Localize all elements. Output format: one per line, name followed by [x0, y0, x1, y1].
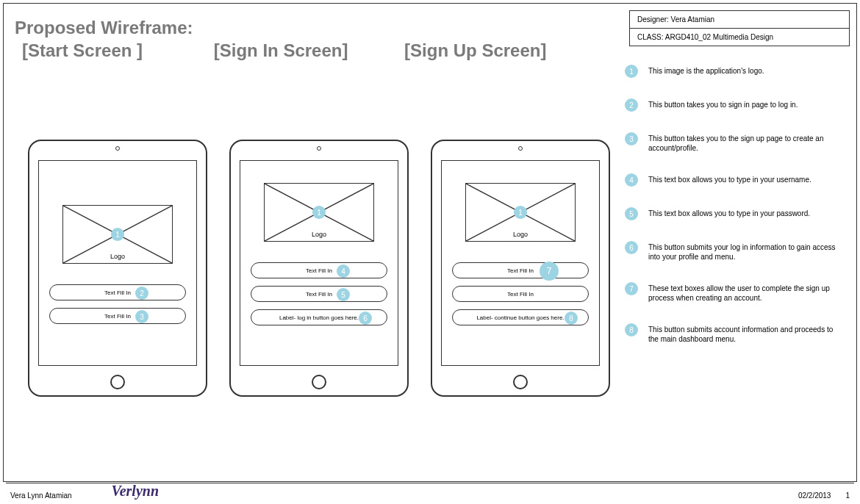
start-signin-button[interactable]: Text Fill In 2 — [49, 284, 186, 300]
password-input[interactable]: Text Fill In 5 — [251, 286, 387, 302]
annotation-text: This button takes you to the sign up pag… — [648, 132, 839, 153]
annotation-2: 2 This button takes you to sign in page … — [625, 98, 853, 112]
username-input[interactable]: Text Fill In 4 — [251, 262, 387, 278]
badge-5: 5 — [625, 207, 638, 220]
home-button-icon — [513, 375, 528, 389]
badge-3: 3 — [135, 310, 148, 323]
pill-label: Text Fill In — [507, 267, 534, 274]
footer-left: Vera Lynn Atamian Verlynn — [10, 483, 159, 500]
screen-start: 1 Logo Text Fill In 2 Text Fill In 3 — [38, 160, 197, 366]
page-title: Proposed Wireframe: [Start Screen ] [Sig… — [15, 16, 546, 62]
pill-label: Text Fill In — [306, 291, 332, 298]
pill-label: Text Fill In — [104, 289, 131, 296]
logo-label: Logo — [312, 231, 326, 238]
pill-label: Text Fill In — [507, 291, 534, 298]
annotation-4: 4 This text box allows you to type in yo… — [625, 173, 853, 187]
badge-4: 4 — [625, 173, 638, 187]
screen-signup: 1 Logo Text Fill In 7 Text Fill In Label… — [441, 160, 600, 366]
wireframes-row: 1 Logo Text Fill In 2 Text Fill In 3 1 L… — [28, 140, 610, 397]
annotations-list: 1 This image is the application's logo. … — [625, 65, 853, 344]
pill-label: Label- continue button goes here. — [476, 314, 564, 321]
camera-dot-icon — [317, 146, 321, 151]
annotation-text: This text box allows you to type in your… — [648, 207, 810, 218]
signup-field-2[interactable]: Text Fill In — [452, 286, 589, 302]
badge-8: 8 — [565, 312, 578, 325]
badge-7: 7 — [540, 262, 559, 281]
annotation-text: This button submits your log in informat… — [648, 241, 839, 262]
footer-page: 1 — [845, 492, 850, 500]
signup-screen-label: [Sign Up Screen] — [404, 39, 546, 62]
annotation-3: 3 This button takes you to the sign up p… — [625, 132, 853, 153]
login-button[interactable]: Label- log in button goes here. 6 — [251, 309, 387, 325]
designer-row: Designer: Vera Atamian — [630, 11, 849, 29]
badge-1: 1 — [312, 206, 326, 219]
logo-placeholder: 1 Logo — [465, 183, 576, 242]
start-signup-button[interactable]: Text Fill In 3 — [49, 308, 186, 324]
info-box: Designer: Vera Atamian CLASS: ARGD410_02… — [629, 10, 850, 46]
footer: Vera Lynn Atamian Verlynn 02/2/2013 1 — [0, 483, 860, 500]
annotation-6: 6 This button submits your log in inform… — [625, 241, 853, 262]
badge-2: 2 — [135, 287, 148, 300]
badge-7: 7 — [625, 282, 638, 295]
tablet-signup: 1 Logo Text Fill In 7 Text Fill In Label… — [431, 140, 610, 397]
tablet-signin: 1 Logo Text Fill In 4 Text Fill In 5 Lab… — [229, 140, 409, 397]
annotation-text: This text box allows you to type in your… — [648, 173, 811, 184]
annotation-text: This button submits account information … — [648, 323, 839, 344]
title-line2: [Start Screen ] [Sign In Screen] [Sign U… — [15, 39, 546, 62]
annotation-5: 5 This text box allows you to type in yo… — [625, 207, 853, 220]
pill-label: Text Fill In — [104, 313, 131, 320]
badge-2: 2 — [625, 98, 638, 112]
home-button-icon — [110, 375, 125, 389]
annotation-text: These text boxes allow the user to compl… — [648, 282, 839, 303]
start-screen-label: [Start Screen ] — [22, 39, 143, 62]
badge-5: 5 — [337, 288, 350, 301]
badge-6: 6 — [359, 312, 372, 325]
annotation-text: This image is the application's logo. — [648, 65, 764, 76]
tablet-start: 1 Logo Text Fill In 2 Text Fill In 3 — [28, 140, 207, 397]
home-button-icon — [312, 375, 326, 389]
annotation-text: This button takes you to sign in page to… — [648, 98, 798, 109]
badge-4: 4 — [337, 264, 350, 278]
footer-right: 02/2/2013 1 — [798, 492, 850, 500]
badge-8: 8 — [625, 323, 638, 336]
badge-6: 6 — [625, 241, 638, 254]
class-row: CLASS: ARGD410_02 Multimedia Design — [630, 29, 849, 46]
badge-1: 1 — [625, 65, 638, 78]
continue-button[interactable]: Label- continue button goes here. 8 — [452, 309, 589, 325]
logo-placeholder: 1 Logo — [264, 183, 374, 242]
badge-1: 1 — [514, 206, 527, 219]
logo-label: Logo — [110, 253, 125, 260]
signature: Verlynn — [112, 483, 159, 500]
signup-field-1[interactable]: Text Fill In 7 — [452, 262, 589, 278]
camera-dot-icon — [518, 146, 523, 151]
annotation-8: 8 This button submits account informatio… — [625, 323, 853, 344]
annotation-1: 1 This image is the application's logo. — [625, 65, 853, 78]
logo-placeholder: 1 Logo — [62, 205, 173, 264]
annotation-7: 7 These text boxes allow the user to com… — [625, 282, 853, 303]
pill-label: Text Fill In — [306, 267, 332, 274]
screen-signin: 1 Logo Text Fill In 4 Text Fill In 5 Lab… — [240, 160, 398, 366]
pill-label: Label- log in button goes here. — [279, 314, 359, 321]
camera-dot-icon — [115, 146, 120, 151]
title-line1: Proposed Wireframe: — [15, 16, 546, 39]
footer-date: 02/2/2013 — [798, 492, 831, 500]
logo-label: Logo — [513, 231, 528, 238]
signin-screen-label: [Sign In Screen] — [214, 39, 348, 62]
footer-author: Vera Lynn Atamian — [10, 492, 72, 500]
badge-1: 1 — [111, 228, 124, 241]
badge-3: 3 — [625, 132, 638, 145]
